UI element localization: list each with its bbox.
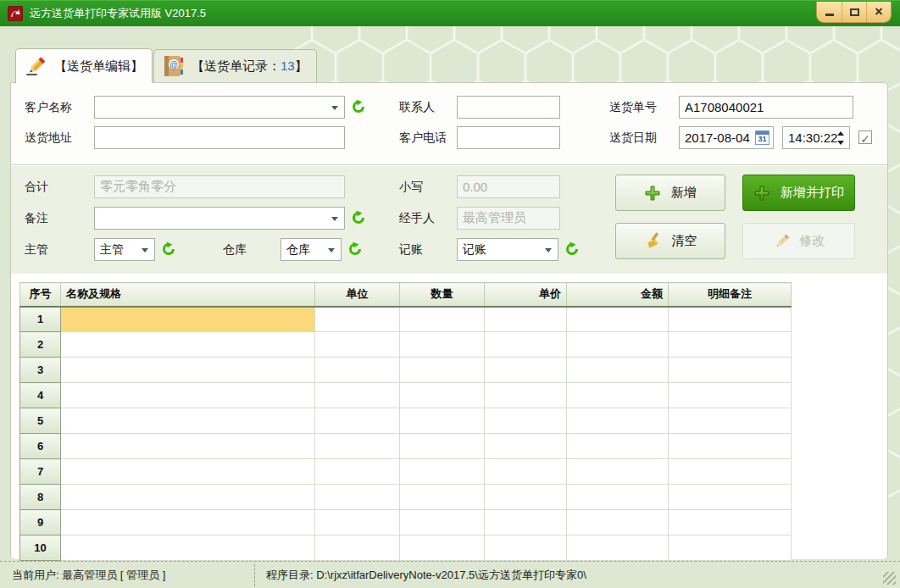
customer-name-combobox[interactable] — [94, 96, 345, 119]
grid-cell[interactable] — [400, 485, 485, 510]
grid-cell[interactable] — [669, 332, 792, 358]
close-icon: × — [875, 5, 882, 19]
grid-cell[interactable] — [567, 408, 669, 434]
tab-delivery-records[interactable]: @ 【送货单记录：13】 — [153, 49, 317, 82]
grid-cell[interactable] — [315, 307, 400, 332]
close-button[interactable]: × — [866, 2, 891, 22]
grid-cell[interactable] — [669, 459, 792, 485]
grid-cell[interactable] — [61, 434, 315, 459]
grid-cell[interactable] — [61, 358, 315, 383]
modify-button[interactable]: 修改 — [742, 223, 855, 259]
calendar-icon[interactable]: 31 — [755, 130, 769, 145]
svg-text:@: @ — [169, 60, 178, 69]
grid-cell[interactable] — [400, 510, 485, 535]
grid-cell[interactable] — [669, 434, 792, 459]
resize-grip[interactable] — [883, 572, 896, 585]
grid-cell[interactable] — [669, 408, 792, 434]
grid-cell[interactable] — [315, 510, 400, 535]
grid-cell[interactable] — [567, 485, 669, 510]
grid-cell[interactable] — [400, 358, 485, 383]
bookkeeping-label: 记账 — [399, 238, 423, 261]
refresh-customer-button[interactable] — [351, 99, 366, 114]
grid-cell[interactable] — [61, 332, 315, 358]
add-and-print-button[interactable]: 新增并打印 — [742, 175, 855, 211]
time-spinner[interactable] — [836, 130, 846, 147]
grid-cell[interactable] — [61, 383, 315, 408]
column-header: 单价 — [485, 283, 567, 307]
grid-cell[interactable] — [669, 510, 792, 535]
grid-cell[interactable] — [400, 307, 485, 332]
grid-cell[interactable] — [485, 485, 567, 510]
grid-cell[interactable] — [315, 383, 400, 408]
grid-cell[interactable] — [485, 535, 567, 561]
grid-cell[interactable] — [485, 459, 567, 485]
grid-cell[interactable] — [669, 307, 792, 332]
grid-cell[interactable] — [61, 408, 315, 434]
grid-cell[interactable] — [315, 535, 400, 561]
grid-cell[interactable] — [485, 383, 567, 408]
supervisor-combobox[interactable]: 主管 — [94, 238, 155, 261]
grid-cell[interactable] — [669, 358, 792, 383]
grid-cell[interactable] — [669, 485, 792, 510]
grid-cell[interactable] — [567, 332, 669, 358]
grid-cell[interactable] — [400, 459, 485, 485]
add-button[interactable]: 新增 — [615, 175, 725, 211]
grid-cell[interactable] — [400, 434, 485, 459]
grid-cell[interactable] — [567, 535, 669, 561]
grid-cell[interactable] — [61, 535, 315, 561]
grid-cell[interactable] — [315, 332, 400, 358]
clear-button[interactable]: 清空 — [615, 223, 725, 259]
refresh-supervisor-button[interactable] — [161, 241, 176, 257]
active-cell[interactable] — [61, 307, 315, 332]
grid-cell[interactable] — [485, 408, 567, 434]
grid-cell[interactable] — [315, 358, 400, 383]
order-no-input[interactable] — [679, 96, 853, 119]
grid-cell[interactable] — [485, 510, 567, 535]
contact-input[interactable] — [457, 96, 560, 119]
maximize-button[interactable] — [842, 2, 866, 22]
minimize-button[interactable] — [817, 2, 842, 22]
date-enabled-checkbox[interactable]: ✓ — [858, 130, 872, 144]
column-header: 名称及规格 — [61, 283, 315, 307]
grid-cell[interactable] — [315, 485, 400, 510]
tab-delivery-edit[interactable]: 【送货单编辑】 — [15, 48, 153, 83]
warehouse-combobox[interactable]: 仓库 — [281, 238, 342, 261]
date-picker[interactable]: 2017-08-04 31 — [679, 126, 774, 149]
refresh-bookkeeping-button[interactable] — [564, 241, 580, 257]
grid-cell[interactable] — [61, 485, 315, 510]
grid-cell[interactable] — [400, 383, 485, 408]
grid-cell[interactable] — [567, 307, 669, 332]
remark-combobox[interactable] — [94, 207, 345, 230]
phone-input[interactable] — [457, 126, 560, 149]
table-row: 6 — [20, 434, 792, 459]
grid-cell[interactable] — [669, 535, 792, 561]
grid-cell[interactable] — [400, 332, 485, 358]
grid-cell[interactable] — [400, 408, 485, 434]
grid-cell[interactable] — [567, 383, 669, 408]
grid-cell[interactable] — [485, 358, 567, 383]
grid-cell[interactable] — [315, 408, 400, 434]
row-number-cell: 7 — [20, 459, 61, 485]
status-divider — [254, 564, 255, 586]
chevron-down-icon — [142, 248, 148, 252]
grid-cell[interactable] — [61, 459, 315, 485]
grid-cell[interactable] — [567, 459, 669, 485]
grid-cell[interactable] — [567, 358, 669, 383]
grid-cell[interactable] — [567, 434, 669, 459]
grid-cell[interactable] — [567, 510, 669, 535]
grid-cell[interactable] — [315, 434, 400, 459]
address-input[interactable] — [94, 126, 345, 149]
grid-cell[interactable] — [485, 307, 567, 332]
bookkeeping-combobox[interactable]: 记账 — [457, 238, 558, 261]
table-row: 4 — [20, 383, 792, 408]
refresh-remark-button[interactable] — [351, 210, 366, 225]
time-picker[interactable]: 14:30:22 — [782, 126, 850, 149]
grid-cell[interactable] — [485, 434, 567, 459]
handler-label: 经手人 — [399, 207, 435, 230]
grid-cell[interactable] — [315, 459, 400, 485]
refresh-warehouse-button[interactable] — [347, 241, 363, 257]
grid-cell[interactable] — [669, 383, 792, 408]
grid-cell[interactable] — [400, 535, 485, 561]
grid-cell[interactable] — [485, 332, 567, 358]
grid-cell[interactable] — [61, 510, 315, 535]
